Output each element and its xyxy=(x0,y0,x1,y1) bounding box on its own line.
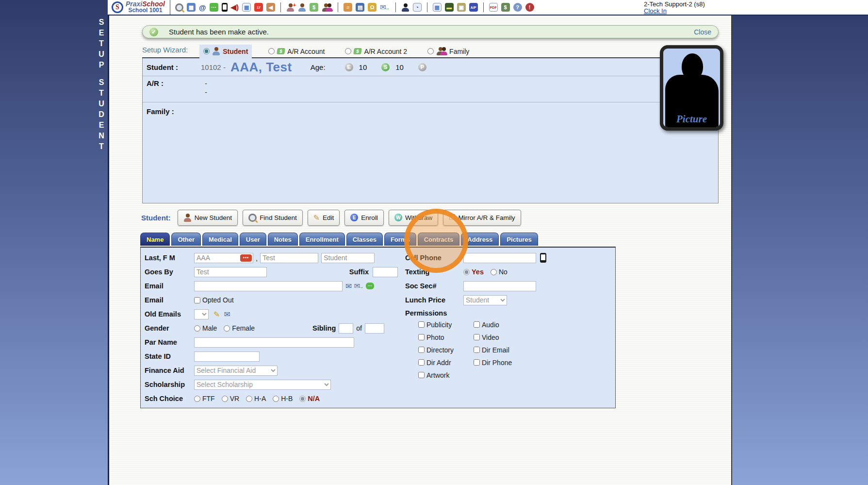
permission-publicity-checkbox[interactable] xyxy=(418,321,425,328)
student-icon[interactable] xyxy=(298,3,306,12)
sch-choice-n-a-radio[interactable] xyxy=(299,396,306,402)
tab-contracts[interactable]: Contracts xyxy=(418,233,460,246)
permission-artwork-checkbox[interactable] xyxy=(418,372,425,378)
clock-in-link[interactable]: Clock In xyxy=(644,8,705,15)
permission-dir-email-checkbox[interactable] xyxy=(473,347,480,353)
print-checks-icon[interactable]: ▣ xyxy=(457,3,466,12)
tab-classes[interactable]: Classes xyxy=(346,233,383,246)
permission-video-checkbox[interactable] xyxy=(473,334,480,340)
gradebook-icon[interactable]: ▤ xyxy=(356,3,364,12)
tab-address[interactable]: Address xyxy=(461,233,499,246)
scholarship-select[interactable]: Select Scholarship xyxy=(194,380,331,390)
find-student-button[interactable]: Find Student xyxy=(243,210,303,226)
send-mail-icon[interactable]: ✉→ xyxy=(354,282,364,290)
wizard-radio[interactable] xyxy=(268,48,275,54)
permission-dir-addr-checkbox[interactable] xyxy=(418,359,425,366)
permission-photo-checkbox[interactable] xyxy=(418,334,425,340)
suffix-input[interactable] xyxy=(373,267,398,277)
sch-choice-ftf-radio[interactable] xyxy=(194,396,200,402)
goes-by-input[interactable] xyxy=(194,267,267,277)
calendar-icon[interactable]: ▦ xyxy=(242,3,251,12)
tab-name[interactable]: Name xyxy=(140,233,170,246)
payment-card-icon[interactable]: ▬ xyxy=(445,3,454,12)
wizard-option-a-r-account[interactable]: $A/R Account xyxy=(264,45,328,57)
announce-speaker-icon[interactable]: ◀) xyxy=(231,3,239,12)
permission-dir-phone-checkbox[interactable] xyxy=(473,359,480,366)
enroll-button[interactable]: EEnroll xyxy=(344,210,384,226)
par-name-input[interactable] xyxy=(194,337,354,348)
wizard-option-a-r-account-2[interactable]: $A/R Account 2 xyxy=(341,45,411,57)
mail-forward-icon[interactable]: ✉→ xyxy=(380,3,390,12)
tab-forms[interactable]: Forms xyxy=(384,233,416,246)
first-name-input[interactable] xyxy=(260,253,318,263)
search-icon[interactable] xyxy=(175,3,183,12)
edit-email-icon[interactable]: ✎ xyxy=(213,310,220,319)
texting-yes-radio[interactable] xyxy=(463,269,470,275)
wizard-option-student[interactable]: Student xyxy=(199,45,252,58)
text-message-icon[interactable]: ··· xyxy=(366,283,374,289)
pdf-icon[interactable]: PDF xyxy=(489,3,498,12)
open-mail-icon[interactable]: ✉ xyxy=(345,282,352,291)
gender-male-radio[interactable] xyxy=(194,325,200,332)
tab-user[interactable]: User xyxy=(240,233,266,246)
permission-directory-checkbox[interactable] xyxy=(418,347,425,353)
gender-female-radio[interactable] xyxy=(224,325,230,332)
report-table-icon[interactable]: ▦ xyxy=(433,3,442,12)
calendar-grid-icon[interactable]: ▦ xyxy=(187,3,196,12)
wizard-radio[interactable] xyxy=(427,48,434,54)
sch-choice-h-b-radio[interactable] xyxy=(273,396,279,402)
tab-enrollment[interactable]: Enrollment xyxy=(299,233,345,246)
clock-icon[interactable]: ◔ xyxy=(413,3,422,12)
tab-pictures[interactable]: Pictures xyxy=(500,233,538,246)
megaphone-icon[interactable]: ◀ xyxy=(266,3,275,12)
email-opted-out-checkbox[interactable] xyxy=(194,297,200,303)
wizard-radio[interactable] xyxy=(345,48,351,54)
ap-icon[interactable]: A/P xyxy=(469,3,478,12)
alert-icon[interactable]: ! xyxy=(525,3,534,12)
cell-phone-icon[interactable] xyxy=(540,253,546,263)
student-picture-placeholder[interactable]: Picture xyxy=(660,45,723,131)
middle-name-input[interactable] xyxy=(321,253,375,263)
phone-icon[interactable] xyxy=(222,3,228,12)
sibling-number-input[interactable] xyxy=(339,323,353,334)
old-mail-icon[interactable]: ✉ xyxy=(224,310,230,319)
withdraw-button[interactable]: WWithdraw xyxy=(389,210,438,226)
family-icon[interactable] xyxy=(322,3,332,12)
add-student-icon[interactable]: + xyxy=(286,3,295,12)
soc-sec-input[interactable] xyxy=(463,281,536,291)
new-student-button[interactable]: New Student xyxy=(178,210,238,226)
permission-audio-checkbox[interactable] xyxy=(473,321,480,328)
sch-choice-vr-radio[interactable] xyxy=(222,396,228,402)
cash-register-icon[interactable]: $ xyxy=(501,3,510,12)
wizard-option-family[interactable]: Family xyxy=(424,45,473,57)
staff-icon[interactable] xyxy=(401,3,409,12)
money-icon[interactable]: $ xyxy=(310,3,318,12)
lunch-price-select[interactable]: Student xyxy=(463,295,507,305)
edit-button[interactable]: ✎Edit xyxy=(308,210,340,226)
lunch-icon[interactable]: ≡ xyxy=(344,3,352,12)
state-id-input[interactable] xyxy=(194,351,260,362)
texting-row: Texting Yes No xyxy=(405,266,613,278)
sch-choice-h-a-radio[interactable] xyxy=(246,396,252,402)
mirror-a-r-family-button[interactable]: ❐Mirror A/R & Family xyxy=(443,210,521,226)
help-icon[interactable]: ? xyxy=(513,3,522,12)
cell-phone-input[interactable] xyxy=(463,253,536,263)
tab-other[interactable]: Other xyxy=(171,233,201,246)
old-emails-select[interactable] xyxy=(194,309,209,319)
money-icon: $ xyxy=(353,48,362,54)
finance-aid-select[interactable]: Select Financial Aid xyxy=(194,366,278,376)
notification-close-link[interactable]: Close xyxy=(694,28,711,36)
calendar-date-icon[interactable]: 17 xyxy=(254,3,263,12)
tab-medical[interactable]: Medical xyxy=(202,233,238,246)
texting-no-radio[interactable] xyxy=(491,269,497,275)
bell-icon-glyph: Ω xyxy=(368,3,377,12)
tab-notes[interactable]: Notes xyxy=(268,233,298,246)
app-logo[interactable]: S PraxiSchool School 1001 xyxy=(108,0,170,15)
email-input[interactable] xyxy=(194,281,343,291)
name-options-icon[interactable]: ••• xyxy=(240,254,252,262)
chat-icon[interactable]: ··· xyxy=(210,3,218,12)
bell-icon[interactable]: Ω xyxy=(368,3,377,12)
wizard-radio[interactable] xyxy=(203,48,210,54)
sibling-total-input[interactable] xyxy=(365,323,384,334)
email-at-icon[interactable]: @ xyxy=(199,3,206,12)
